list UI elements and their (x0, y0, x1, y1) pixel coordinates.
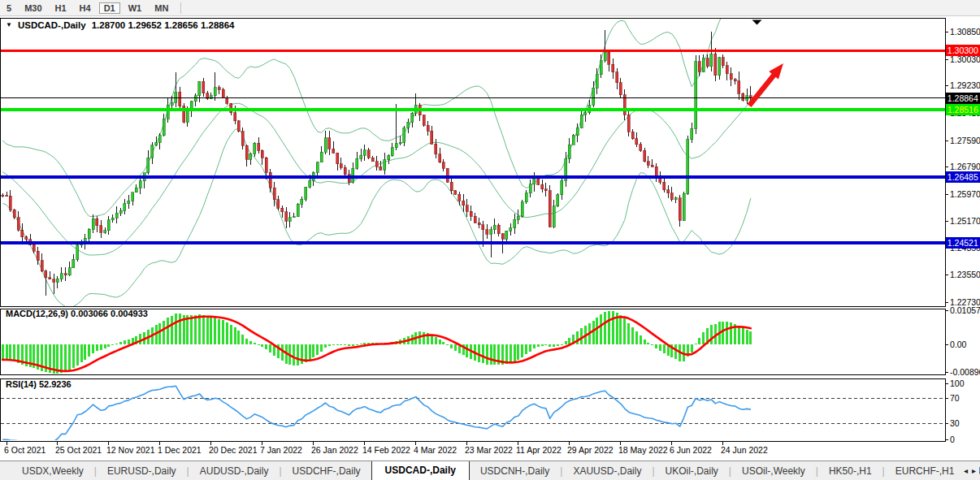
chart-end-marker-icon (752, 20, 762, 25)
price-axis: 1.308501.300301.292301.284101.275901.267… (945, 27, 980, 444)
price-axis-tick: 1.25970 (950, 189, 980, 199)
symbol-dropdown-icon[interactable]: ▼ (6, 22, 12, 28)
bollinger-lower-band (2, 128, 751, 308)
date-axis-label: 11 Apr 2022 (516, 445, 562, 455)
timeframe-button-5[interactable]: 5 (2, 2, 16, 14)
tab-eurusd-daily[interactable]: EURUSD-,Daily (97, 462, 187, 480)
date-axis-label: 12 Nov 2021 (106, 445, 155, 455)
tab-usdchf-daily[interactable]: USDCHF-,Daily (282, 462, 371, 480)
rsi-indicator-label: RSI(14) 52.9236 (6, 379, 72, 389)
price-axis-tick: 1.25170 (950, 216, 980, 226)
rsi-levels (1, 399, 945, 423)
date-axis-label: 20 Dec 2021 (209, 445, 258, 455)
date-axis-label: 18 May 2022 (618, 445, 668, 455)
date-axis-label: 24 Jun 2022 (721, 445, 768, 455)
rsi-line (2, 386, 751, 441)
toolbar-separator (180, 2, 181, 14)
symbol-tab-bar: USDX,Weekly|EURUSD-,Daily|AUDUSD-,Daily|… (0, 461, 980, 480)
rsi-axis-tick: 70 (950, 393, 960, 403)
rsi-axis-tick: 0 (950, 435, 955, 444)
price-badge-label: 1.30300 (947, 45, 978, 55)
date-axis-label: 6 Jun 2022 (670, 445, 712, 455)
chart-ohlc-values: 1.28700 1.29652 1.28656 1.28864 (92, 20, 235, 30)
timeframe-button-h1[interactable]: H1 (50, 2, 72, 14)
timeframe-button-m30[interactable]: M30 (20, 2, 46, 14)
tab-usdcad-daily[interactable]: USDCAD-,Daily (371, 461, 470, 480)
price-badge-label: 1.24521 (947, 238, 978, 248)
price-badge-label: 1.28516 (947, 105, 978, 115)
price-axis-tick: 1.27590 (950, 136, 980, 145)
macd-axis-tick: -0.00896 (950, 367, 980, 377)
tab-xauusd-daily[interactable]: XAUUSD-,Daily (562, 462, 652, 480)
tab-usdcnh-daily[interactable]: USDCNH-,Daily (470, 462, 560, 480)
macd-histogram (2, 311, 752, 374)
timeframe-toolbar: 5M30H1H4D1W1MN (0, 0, 980, 16)
timeframe-button-w1[interactable]: W1 (124, 2, 147, 14)
price-axis-tick: 1.26790 (950, 162, 980, 171)
tab-hk50-h1[interactable]: HK50-,H1 (818, 462, 882, 480)
macd-axis-tick: 0.00 (950, 339, 967, 349)
price-chart[interactable]: 1.308501.300301.292301.284101.275901.267… (0, 0, 980, 480)
tab-scroll-arrows: ◂ ▸ (959, 461, 979, 480)
symbol-tabs: USDX,Weekly|EURUSD-,Daily|AUDUSD-,Daily|… (0, 461, 980, 480)
tab-ukoil-daily[interactable]: UKOil-,Daily (655, 462, 729, 480)
rsi-axis-tick: 100 (950, 378, 965, 388)
timeframe-button-mn[interactable]: MN (150, 2, 173, 14)
macd-indicator-label: MACD(12,26,9) 0.003066 0.004933 (6, 309, 148, 318)
trend-arrow[interactable] (749, 63, 783, 106)
date-axis-label: 4 Mar 2022 (414, 445, 457, 455)
price-axis-tick: 1.29230 (950, 80, 980, 90)
date-axis-label: 25 Oct 2021 (55, 445, 102, 455)
tab-scroll-right-icon[interactable]: ▸ (972, 466, 976, 475)
price-axis-tick: 1.30850 (950, 27, 980, 37)
price-badge-label: 1.28864 (947, 93, 978, 103)
macd-signal-line (2, 317, 751, 371)
date-axis: 6 Oct 202125 Oct 202112 Nov 20211 Dec 20… (4, 442, 768, 456)
date-axis-label: 26 Jan 2022 (311, 445, 358, 455)
rsi-axis-tick: 30 (950, 418, 960, 428)
chart-symbol-label: USDCAD-,Daily (18, 20, 86, 30)
bollinger-bands (2, 0, 751, 308)
date-axis-label: 7 Jan 2022 (260, 445, 302, 455)
price-axis-tick: 1.23550 (950, 270, 980, 279)
tab-usdx-weekly[interactable]: USDX,Weekly (11, 462, 94, 480)
timeframe-buttons: 5M30H1H4D1W1MN (0, 2, 187, 14)
macd-axis-tick: 0.010578 (950, 305, 980, 315)
chart-title: ▼ USDCAD-,Daily 1.28700 1.29652 1.28656 … (6, 20, 235, 30)
timeframe-button-d1[interactable]: D1 (99, 2, 120, 14)
timeframe-button-h4[interactable]: H4 (75, 2, 96, 14)
horizontal-levels (1, 50, 945, 243)
date-axis-label: 6 Oct 2021 (4, 445, 46, 455)
tab-scroll-left-icon[interactable]: ◂ (964, 466, 968, 475)
tab-audusd-daily[interactable]: AUDUSD-,Daily (189, 462, 280, 480)
date-axis-label: 1 Dec 2021 (158, 445, 202, 455)
candlesticks (2, 30, 752, 296)
tab-eurchf-h1[interactable]: EURCHF-,H1 (885, 462, 965, 480)
date-axis-label: 14 Feb 2022 (362, 445, 410, 455)
date-axis-label: 29 Apr 2022 (567, 445, 614, 455)
tab-usoil-weekly[interactable]: USOil-,Weekly (731, 462, 816, 480)
terminal-window: 1.308501.300301.292301.284101.275901.267… (0, 0, 980, 480)
pane-frames (1, 19, 946, 442)
date-axis-label: 23 Mar 2022 (465, 445, 513, 455)
price-badge-label: 1.26485 (947, 172, 978, 182)
